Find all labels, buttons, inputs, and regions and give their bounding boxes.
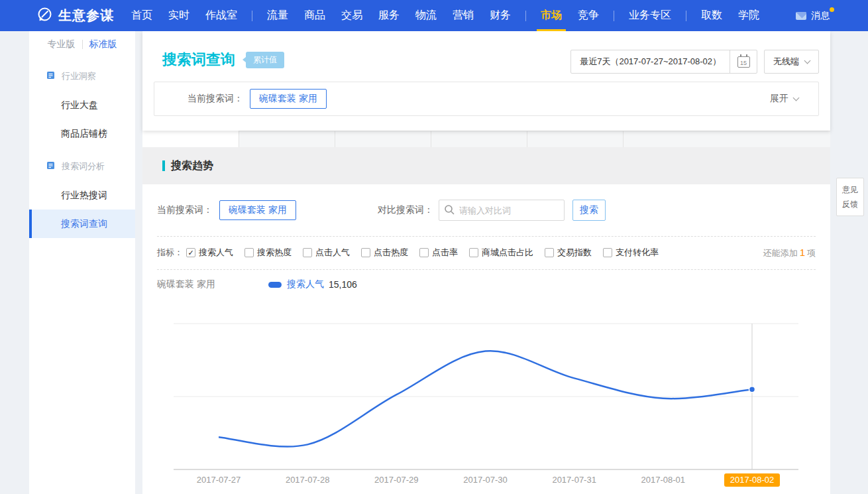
expand-label: 展开 — [770, 93, 788, 105]
nav-item-业务专区[interactable]: 业务专区 — [621, 0, 679, 31]
checkbox-icon[interactable] — [419, 248, 429, 257]
divider — [157, 269, 816, 270]
calendar-icon: 15 — [737, 56, 750, 68]
remaining-hint: 还能添加1项 — [763, 247, 816, 259]
x-axis-label: 2017-07-27 — [197, 475, 241, 485]
nav-item-市场[interactable]: 市场 — [533, 0, 570, 31]
checkbox-icon[interactable] — [244, 248, 254, 257]
metric-checkbox-搜索热度[interactable]: 搜索热度 — [244, 247, 292, 259]
date-range-picker[interactable]: 最近7天（2017-07-27~2017-08-02） 15 — [570, 50, 757, 74]
legend-line-marker — [268, 282, 282, 288]
page-title: 搜索词查询 — [162, 50, 235, 70]
sidebar-group-搜索词分析[interactable]: 搜索词分析 — [29, 152, 135, 181]
metric-checkbox-点击热度[interactable]: 点击热度 — [361, 247, 408, 259]
calendar-button[interactable]: 15 — [730, 56, 757, 68]
trend-endpoint-dot[interactable] — [749, 387, 755, 393]
nav-divider — [614, 11, 614, 21]
nav-item-物流[interactable]: 物流 — [407, 0, 445, 31]
metric-checkbox-支付转化率[interactable]: 支付转化率 — [603, 247, 659, 259]
checkbox-checked-icon[interactable]: ✓ — [186, 248, 195, 257]
nav-item-竞争[interactable]: 竞争 — [570, 0, 607, 31]
term-tab-5[interactable] — [527, 131, 623, 147]
term-tab-3[interactable] — [335, 131, 431, 147]
nav-item-财务[interactable]: 财务 — [482, 0, 519, 31]
nav-item-服务[interactable]: 服务 — [370, 0, 407, 31]
nav-item-实时[interactable]: 实时 — [160, 0, 197, 31]
sidebar-item-搜索词查询[interactable]: 搜索词查询 — [29, 210, 135, 238]
sidebar-item-行业大盘[interactable]: 行业大盘 — [29, 91, 135, 119]
metric-checkbox-商城点击占比[interactable]: 商城点击占比 — [469, 247, 533, 259]
version-standard[interactable]: 标准版 — [89, 38, 117, 50]
sidebar-group-行业洞察[interactable]: 行业洞察 — [29, 62, 135, 91]
nav-item-营销[interactable]: 营销 — [445, 0, 482, 31]
nav-item-商品[interactable]: 商品 — [296, 0, 333, 31]
top-nav: 生意参谋 首页实时作战室流量商品交易服务物流营销财务市场竞争业务专区取数学院 消… — [0, 0, 868, 31]
current-term-tag[interactable]: 碗碟套装 家用 — [219, 200, 296, 220]
messages-button[interactable]: 消息 — [796, 10, 830, 22]
term-tab-1[interactable] — [142, 131, 239, 147]
term-tab-strip — [142, 131, 830, 147]
checkbox-icon[interactable] — [603, 248, 612, 257]
brand[interactable]: 生意参谋 — [36, 7, 114, 25]
term-tab-6[interactable] — [623, 131, 830, 147]
term-tab-4[interactable] — [431, 131, 527, 147]
terminal-select[interactable]: 无线端 — [764, 50, 819, 74]
date-range-text: 最近7天（2017-07-27~2017-08-02） — [571, 56, 730, 68]
nav-divider — [252, 11, 252, 21]
version-divider — [82, 40, 83, 49]
metric-checkbox-交易指数[interactable]: 交易指数 — [545, 247, 592, 259]
compare-term-input[interactable] — [439, 200, 565, 221]
trend-chart-svg: 2017-07-272017-07-282017-07-292017-07-30… — [142, 317, 830, 489]
current-term-label: 当前搜索词： — [188, 93, 243, 105]
legend-metric-value: 15,106 — [329, 279, 357, 290]
highlighted-x-axis-label: 2017-08-02 — [730, 475, 775, 485]
checkbox-icon[interactable] — [303, 248, 312, 257]
checkbox-icon[interactable] — [469, 248, 478, 257]
brand-name: 生意参谋 — [58, 7, 114, 25]
nav-item-首页[interactable]: 首页 — [123, 0, 160, 31]
legend-metric-name: 搜索人气 — [287, 278, 324, 290]
current-term-label: 当前搜索词： — [157, 204, 213, 216]
checkbox-icon[interactable] — [361, 248, 370, 257]
messages-label: 消息 — [811, 10, 830, 22]
nav-item-交易[interactable]: 交易 — [333, 0, 370, 31]
metric-checkbox-搜索人气[interactable]: ✓搜索人气 — [186, 247, 233, 259]
section-title: 搜索趋势 — [162, 159, 213, 173]
x-axis-label: 2017-07-29 — [374, 475, 419, 485]
nav-item-取数[interactable]: 取数 — [693, 0, 730, 31]
series-term: 碗碟套装 家用 — [157, 278, 268, 290]
metrics-row: 指标： ✓搜索人气搜索热度点击人气点击热度点击率商城点击占比交易指数支付转化率 … — [157, 244, 816, 261]
sidebar-item-行业热搜词[interactable]: 行业热搜词 — [29, 181, 135, 210]
notification-dot — [830, 7, 834, 12]
metric-checkbox-点击率[interactable]: 点击率 — [419, 247, 458, 259]
nav-item-流量[interactable]: 流量 — [259, 0, 296, 31]
version-switcher: 专业版 标准版 — [29, 31, 135, 58]
metric-checkbox-点击人气[interactable]: 点击人气 — [303, 247, 350, 259]
nav-item-作战室[interactable]: 作战室 — [197, 0, 245, 31]
search-button[interactable]: 搜索 — [572, 200, 606, 221]
trend-chart[interactable]: 2017-07-272017-07-282017-07-292017-07-30… — [142, 317, 830, 489]
current-term-tag[interactable]: 碗碟套装 家用 — [250, 89, 327, 109]
compare-term-label: 对比搜索词： — [378, 204, 433, 216]
feedback-button[interactable]: 意见 反馈 — [836, 178, 864, 216]
sidebar-item-商品店铺榜[interactable]: 商品店铺榜 — [29, 119, 135, 148]
page-header: 搜索词查询 累计值 最近7天（2017-07-27~2017-08-02） 15… — [142, 31, 830, 131]
divider — [157, 236, 816, 237]
current-term-panel: 当前搜索词： 碗碟套装 家用 展开 — [154, 82, 819, 116]
nav-divider — [525, 11, 526, 21]
version-pro[interactable]: 专业版 — [48, 38, 76, 50]
checkbox-icon[interactable] — [545, 248, 554, 257]
term-tab-2[interactable] — [239, 131, 335, 147]
main-content: 搜索词查询 累计值 最近7天（2017-07-27~2017-08-02） 15… — [142, 31, 830, 494]
nav-menu: 首页实时作战室流量商品交易服务物流营销财务市场竞争业务专区取数学院 — [123, 0, 767, 31]
nav-item-学院[interactable]: 学院 — [730, 0, 767, 31]
series-legend[interactable]: 搜索人气 15,106 — [268, 278, 357, 290]
sidebar: 专业版 标准版 行业洞察行业大盘商品店铺榜搜索词分析行业热搜词搜索词查询 — [29, 31, 135, 494]
report-icon — [46, 71, 55, 82]
expand-button[interactable]: 展开 — [770, 93, 798, 105]
section-band: 搜索趋势 — [142, 147, 830, 184]
search-trend-card: 当前搜索词： 碗碟套装 家用 对比搜索词： 搜索 指标： ✓ — [142, 184, 830, 494]
trend-line — [219, 351, 752, 446]
x-axis-label: 2017-07-31 — [552, 475, 596, 485]
chevron-down-icon — [804, 57, 811, 64]
